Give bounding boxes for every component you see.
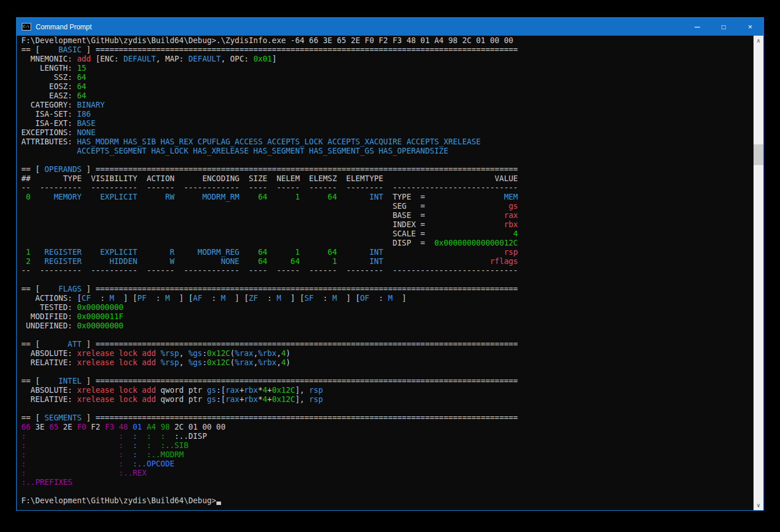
terminal-line: == [ SEGMENTS ] ========================… — [21, 414, 754, 423]
terminal-line: ISA-EXT: BASE — [21, 119, 754, 128]
terminal-line: SEG = gs — [21, 202, 754, 211]
terminal-line — [21, 156, 754, 165]
terminal-line: SSZ: 64 — [21, 73, 754, 82]
close-button[interactable]: × — [737, 18, 763, 36]
scrollbar-thumb[interactable] — [754, 144, 763, 165]
terminal-line — [21, 404, 754, 414]
maximize-button[interactable]: □ — [710, 18, 737, 36]
terminal-line: TESTED: 0x00000000 — [21, 303, 754, 312]
terminal-line: 1 REGISTER EXPLICIT R MODRM_REG 64 1 64 … — [21, 248, 754, 257]
terminal-line: SCALE = 4 — [21, 229, 754, 239]
terminal-line: CATEGORY: BINARY — [21, 101, 754, 110]
terminal-line: == [ INTEL ] ===========================… — [21, 377, 754, 386]
terminal-line — [21, 487, 754, 496]
terminal-line: MNEMONIC: add [ENC: DEFAULT, MAP: DEFAUL… — [21, 55, 754, 64]
terminal-line: F:\Development\GitHub\zydis\Build64\Debu… — [21, 496, 754, 506]
cmd-icon: C:\ — [22, 23, 31, 30]
window-title: Command Prompt — [36, 23, 92, 31]
minimize-button[interactable]: ─ — [684, 18, 710, 36]
command-prompt-window: C:\ Command Prompt ─ □ × F:\Development\… — [16, 17, 764, 511]
terminal-line: EASZ: 64 — [21, 91, 754, 101]
terminal-line: ATTRIBUTES: HAS_MODRM HAS_SIB HAS_REX CP… — [21, 137, 754, 147]
terminal-line: == [ BASIC ] ===========================… — [21, 45, 754, 55]
terminal-line: LENGTH: 15 — [21, 64, 754, 73]
terminal-line: : : :..OPCODE — [21, 460, 754, 469]
terminal-line: RELATIVE: xrelease lock add %rsp, %gs:0x… — [21, 358, 754, 368]
terminal-line: 2 REGISTER HIDDEN W NONE 64 64 1 INT rfl… — [21, 257, 754, 266]
terminal-line — [21, 275, 754, 285]
terminal-cursor — [216, 502, 221, 505]
terminal-line — [21, 368, 754, 377]
terminal-line: : :..REX — [21, 469, 754, 478]
terminal-line: :..PREFIXES — [21, 478, 754, 487]
terminal-line: ACCEPTS_SEGMENT HAS_LOCK HAS_XRELEASE HA… — [21, 147, 754, 156]
terminal-line: : : : :..MODRM — [21, 450, 754, 460]
terminal-line: 0 MEMORY EXPLICIT RW MODRM_RM 64 1 64 IN… — [21, 193, 754, 202]
terminal-line: ABSOLUTE: xrelease lock add %rsp, %gs:0x… — [21, 349, 754, 358]
terminal-line: == [ OPERANDS ] ========================… — [21, 165, 754, 174]
terminal-output[interactable]: F:\Development\GitHub\zydis\Build64\Debu… — [17, 36, 754, 510]
terminal-line: ## TYPE VISIBILITY ACTION ENCODING SIZE … — [21, 174, 754, 183]
terminal-line: == [ ATT ] =============================… — [21, 340, 754, 349]
terminal-line: UNDEFINED: 0x00000000 — [21, 322, 754, 331]
scrollbar-up-icon[interactable]: ∧ — [754, 36, 763, 45]
scrollbar-down-icon[interactable]: ∨ — [754, 500, 763, 510]
terminal-line: : : : : :..SIB — [21, 441, 754, 450]
terminal-line: -- --------- ---------- ------ ---------… — [21, 266, 754, 275]
scrollbar[interactable]: ∧ ∨ — [754, 36, 763, 510]
terminal-line: F:\Development\GitHub\zydis\Build64\Debu… — [21, 36, 754, 45]
terminal-line: 66 3E 65 2E F0 F2 F3 48 01 A4 98 2C 01 0… — [21, 423, 754, 432]
terminal-line: DISP = 0x000000000000012C — [21, 239, 754, 248]
terminal-line: == [ FLAGS ] ===========================… — [21, 285, 754, 294]
title-bar[interactable]: C:\ Command Prompt ─ □ × — [17, 18, 763, 36]
terminal-line: INDEX = rbx — [21, 220, 754, 229]
terminal-line — [21, 331, 754, 340]
terminal-line: ISA-SET: I86 — [21, 110, 754, 119]
terminal-line: MODIFIED: 0x0000011F — [21, 312, 754, 322]
terminal-line: RELATIVE: xrelease lock add qword ptr gs… — [21, 395, 754, 404]
terminal-line: EXCEPTIONS: NONE — [21, 128, 754, 137]
terminal-line: EOSZ: 64 — [21, 82, 754, 91]
terminal-line: : : : : : :..DISP — [21, 432, 754, 441]
terminal-line: ACTIONS: [CF : M ] [PF : M ] [AF : M ] [… — [21, 294, 754, 303]
terminal-line: BASE = rax — [21, 211, 754, 220]
terminal-line: -- --------- ---------- ------ ---------… — [21, 183, 754, 193]
terminal-line: ABSOLUTE: xrelease lock add qword ptr gs… — [21, 386, 754, 395]
